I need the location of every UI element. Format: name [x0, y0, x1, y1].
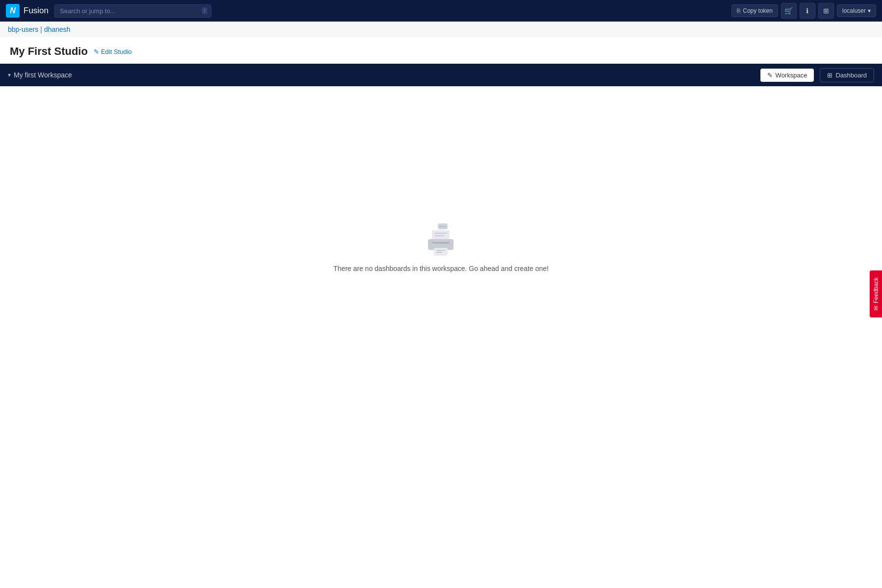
main-content: There are no dashboards in this workspac…	[0, 86, 882, 380]
edit-studio-button[interactable]: ✎ Edit Studio	[94, 48, 132, 55]
dashboard-tab-icon: ⊞	[827, 72, 832, 79]
copy-token-button[interactable]: ⎘ Copy token	[731, 4, 778, 17]
empty-state-illustration	[421, 223, 460, 258]
logo-icon: N	[6, 4, 20, 18]
breadcrumb-project[interactable]: dhanesh	[44, 25, 71, 33]
dashboard-tab-button[interactable]: ⊞ Dashboard	[820, 68, 874, 82]
edit-icon: ✎	[94, 48, 99, 55]
workspace-name: My first Workspace	[14, 71, 72, 79]
breadcrumb-org[interactable]: bbp-users	[8, 25, 38, 33]
svg-point-3	[445, 226, 446, 227]
breadcrumb: bbp-users | dhanesh	[0, 22, 882, 37]
chevron-down-icon: ▾	[868, 7, 871, 14]
svg-rect-8	[432, 242, 450, 244]
workspace-collapse-button[interactable]: ▾ My first Workspace	[8, 71, 72, 79]
grid-icon-button[interactable]: ⊞	[818, 3, 834, 19]
copy-icon: ⎘	[737, 7, 740, 14]
info-icon-button[interactable]: ℹ	[800, 3, 815, 19]
search-input[interactable]	[54, 4, 211, 18]
info-icon: ℹ	[806, 7, 808, 15]
navbar-actions: ⎘ Copy token 🛒 ℹ ⊞ localuser ▾	[731, 3, 876, 19]
top-navbar: N Fusion / ⎘ Copy token 🛒 ℹ ⊞ localuser …	[0, 0, 882, 22]
empty-state: There are no dashboards in this workspac…	[333, 223, 549, 272]
grid-icon: ⊞	[823, 7, 829, 15]
page-title: My First Studio	[10, 45, 88, 58]
cart-icon-button[interactable]: 🛒	[781, 3, 797, 19]
svg-rect-5	[434, 233, 447, 234]
svg-rect-6	[434, 235, 444, 236]
workspace-bar: ▾ My first Workspace ✎ Workspace ⊞ Dashb…	[0, 64, 882, 86]
svg-rect-10	[436, 250, 445, 251]
svg-rect-11	[436, 252, 442, 253]
search-container: /	[54, 4, 211, 18]
app-name: Fusion	[24, 6, 49, 16]
feedback-button[interactable]: ✉ Feedback	[870, 270, 882, 318]
workspace-tab-button[interactable]: ✎ Workspace	[760, 69, 814, 82]
empty-state-message: There are no dashboards in this workspac…	[333, 265, 549, 272]
feedback-icon: ✉	[873, 306, 880, 311]
svg-point-2	[442, 226, 444, 227]
search-shortcut-badge: /	[202, 7, 207, 14]
user-menu[interactable]: localuser ▾	[837, 4, 876, 17]
workspace-tab-icon: ✎	[767, 72, 773, 79]
svg-point-1	[440, 226, 441, 227]
breadcrumb-separator: |	[40, 25, 42, 33]
chevron-down-icon: ▾	[8, 72, 11, 78]
cart-icon: 🛒	[784, 7, 793, 15]
app-logo[interactable]: N Fusion	[6, 4, 49, 18]
page-header: My First Studio ✎ Edit Studio	[0, 37, 882, 64]
